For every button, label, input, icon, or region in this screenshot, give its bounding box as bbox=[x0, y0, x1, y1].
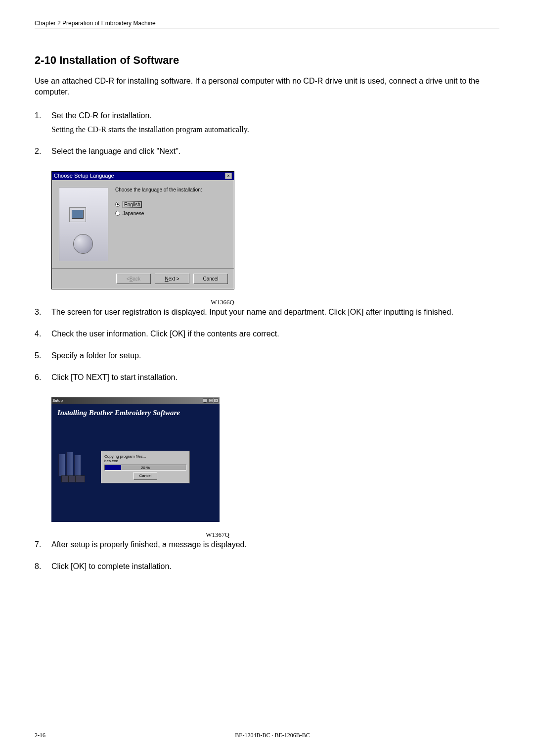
step-3: 3. The screen for user registration is d… bbox=[35, 306, 499, 318]
choose-language-dialog: Choose Setup Language × Choose the langu… bbox=[51, 171, 234, 289]
step-text: After setup is properly finished, a mess… bbox=[51, 539, 499, 551]
step-text: Click [TO NEXT] to start installation. bbox=[51, 372, 499, 383]
books-graphic bbox=[57, 452, 87, 486]
back-button: < Back bbox=[116, 274, 151, 284]
step-text: Check the user information. Click [OK] i… bbox=[51, 328, 499, 340]
disk-icon bbox=[75, 475, 85, 482]
close-icon[interactable]: × bbox=[225, 173, 232, 179]
progress-line2: bes.exe bbox=[104, 459, 186, 463]
dialog-title: Choose Setup Language bbox=[54, 173, 114, 179]
step-number: 5. bbox=[35, 350, 51, 362]
progress-line1: Copying program files... bbox=[104, 454, 186, 459]
step-4: 4. Check the user information. Click [OK… bbox=[35, 328, 499, 340]
radio-english[interactable]: English bbox=[115, 201, 227, 208]
radio-japanese[interactable]: Japanese bbox=[115, 211, 227, 216]
page-number: 2-16 bbox=[35, 732, 45, 739]
step-text: Select the language and click "Next". bbox=[51, 145, 499, 157]
step-2: 2. Select the language and click "Next". bbox=[35, 145, 499, 157]
window-title: Setup bbox=[52, 398, 63, 403]
cancel-button[interactable]: Cancel bbox=[134, 472, 157, 480]
globe-icon bbox=[73, 234, 93, 254]
step-8: 8. Click [OK] to complete installation. bbox=[35, 561, 499, 572]
step-number: 1. bbox=[35, 110, 51, 136]
maximize-icon[interactable]: □ bbox=[208, 398, 213, 403]
step-number: 2. bbox=[35, 145, 51, 157]
install-progress-window: Setup _ □ × Installing Brother Embroider… bbox=[51, 397, 220, 522]
step-number: 6. bbox=[35, 372, 51, 383]
footer-model: BE-1204B-BC · BE-1206B-BC bbox=[235, 732, 310, 739]
progress-bar: 20 % bbox=[104, 465, 186, 471]
section-title: 2-10 Installation of Software bbox=[35, 54, 499, 67]
setup-splash-image bbox=[59, 187, 108, 261]
figure-ref-2: W1367Q bbox=[51, 531, 229, 539]
radio-label: Japanese bbox=[123, 211, 144, 216]
step-subnote: Setting the CD-R starts the installation… bbox=[51, 124, 499, 136]
step-number: 4. bbox=[35, 328, 51, 340]
cancel-button[interactable]: Cancel bbox=[193, 274, 228, 284]
radio-label: English bbox=[123, 201, 142, 208]
chapter-header: Chapter 2 Preparation of Embroidery Mach… bbox=[35, 20, 499, 29]
page-footer: 2-16 BE-1204B-BC · BE-1206B-BC bbox=[35, 732, 499, 739]
figure-ref-1: W1366Q bbox=[51, 298, 234, 306]
close-icon[interactable]: × bbox=[214, 398, 219, 403]
step-number: 3. bbox=[35, 306, 51, 318]
window-titlebar: Setup _ □ × bbox=[51, 397, 220, 404]
step-6: 6. Click [TO NEXT] to start installation… bbox=[35, 372, 499, 383]
step-1: 1. Set the CD-R for installation. Settin… bbox=[35, 110, 499, 136]
step-text: The screen for user registration is disp… bbox=[51, 306, 499, 318]
step-text: Set the CD-R for installation. bbox=[51, 110, 499, 122]
intro-text: Use an attached CD-R for installing soft… bbox=[35, 76, 499, 98]
install-heading: Installing Brother Embroidery Software bbox=[51, 404, 220, 422]
step-text: Specify a folder for setup. bbox=[51, 350, 499, 362]
dialog-titlebar: Choose Setup Language × bbox=[52, 172, 234, 180]
radio-icon bbox=[115, 211, 120, 216]
dialog-instruction: Choose the language of the installation: bbox=[115, 187, 227, 192]
progress-percent: 20 % bbox=[105, 465, 186, 471]
step-5: 5. Specify a folder for setup. bbox=[35, 350, 499, 362]
progress-panel: Copying program files... bes.exe 20 % Ca… bbox=[101, 451, 190, 483]
computer-icon bbox=[69, 207, 86, 222]
step-number: 7. bbox=[35, 539, 51, 551]
radio-selected-icon bbox=[115, 202, 120, 207]
step-7: 7. After setup is properly finished, a m… bbox=[35, 539, 499, 551]
step-text: Click [OK] to complete installation. bbox=[51, 561, 499, 572]
next-button[interactable]: Next > bbox=[155, 274, 189, 284]
minimize-icon[interactable]: _ bbox=[203, 398, 208, 403]
step-number: 8. bbox=[35, 561, 51, 572]
